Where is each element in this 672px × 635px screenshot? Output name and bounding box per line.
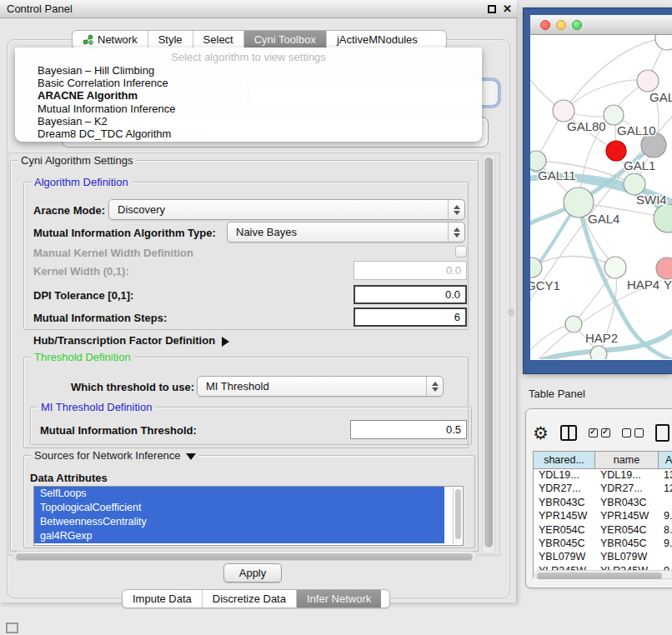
table-row[interactable]: YBL079WYBL079W [534, 551, 672, 564]
mi-steps-label: Mutual Information Steps: [33, 312, 167, 324]
export-table-icon[interactable] [655, 424, 669, 442]
dropdown-item[interactable]: ARACNE Algorithm [15, 89, 482, 102]
sources-group-title[interactable]: Sources for Network Inference [31, 449, 199, 462]
table-cell: YDR27... [595, 482, 659, 496]
tab-style[interactable]: Style [148, 31, 193, 48]
table-cell: YBL079W [595, 551, 659, 564]
scrollbar-thumb[interactable] [484, 158, 493, 548]
close-traffic-light-icon[interactable] [540, 20, 550, 30]
algorithm-dropdown[interactable]: Select algorithm to view settings Bayesi… [15, 48, 482, 142]
network-node[interactable] [590, 346, 607, 359]
tab-cyni-toolbox[interactable]: Cyni Toolbox [244, 31, 327, 48]
float-panel-icon[interactable] [488, 5, 496, 13]
which-threshold-combobox[interactable]: MI Threshold [197, 376, 444, 397]
column-header-shared-name[interactable]: shared... [534, 452, 595, 468]
node-label: GAL80 [567, 119, 606, 133]
table-cell: YDR27... [534, 482, 595, 496]
scrollbar-thumb[interactable] [455, 489, 461, 539]
tab-infer-network[interactable]: Infer Network [297, 590, 381, 608]
hub-definition-expander[interactable]: Hub/Transcription Factor Definition [33, 334, 229, 347]
column-header-name[interactable]: name [595, 452, 659, 468]
expand-right-icon [222, 337, 229, 347]
table-cell: YER054C [534, 524, 595, 538]
close-icon[interactable]: ✕ [503, 2, 512, 15]
mi-steps-input[interactable]: 6 [354, 308, 467, 327]
splitter-handle-icon[interactable] [508, 309, 514, 317]
apply-button[interactable]: Apply [223, 563, 282, 582]
dropdown-item[interactable]: Bayesian – K2 [15, 115, 482, 128]
table-cell: YBR043C [534, 497, 595, 510]
dropdown-item[interactable]: Mutual Information Inference [15, 102, 482, 115]
table-row[interactable]: YBR045CYBR045C9. [534, 538, 672, 551]
mi-type-label: Mutual Information Algorithm Type: [33, 227, 216, 239]
dpi-tolerance-label: DPI Tolerance [0,1]: [33, 289, 133, 302]
app-root: Control Panel ✕ Network Style Select Cyn… [0, 0, 672, 635]
settings-vertical-scrollbar[interactable] [482, 154, 495, 554]
attribute-item[interactable]: TopologicalCoefficient [34, 501, 444, 515]
control-panel-titlebar[interactable]: Control Panel ✕ [0, 0, 517, 18]
floating-panel-icon[interactable] [6, 622, 18, 633]
dropdown-item[interactable]: Dream8 DC_TDC Algorithm [15, 128, 482, 140]
dropdown-item[interactable]: Bayesian – Hill Climbing [15, 64, 482, 77]
tab-infer-network-label: Infer Network [307, 592, 371, 605]
data-attributes-list[interactable]: SelfLoopsTopologicalCoefficientBetweenne… [33, 486, 464, 546]
attributes-scrollbar[interactable] [453, 488, 462, 544]
hub-definition-label: Hub/Transcription Factor Definition [33, 334, 215, 347]
tab-discretize-data[interactable]: Discretize Data [203, 590, 297, 608]
table-row[interactable]: YBR043CYBR043C [534, 497, 672, 510]
table-row[interactable]: YPR145WYPR145W9. [534, 510, 672, 523]
network-view-window: GALGAL80GAL10GAL1GAL11SWI4GAL4GCY1HAP4YH… [524, 8, 672, 373]
dropdown-prompt: Select algorithm to view settings [15, 48, 482, 64]
table-cell: YBR043C [595, 497, 659, 510]
attribute-item[interactable]: SelfLoops [34, 487, 444, 501]
tab-select[interactable]: Select [193, 31, 244, 48]
network-node[interactable] [637, 70, 659, 92]
table-cell: YPR145W [595, 510, 659, 523]
network-node[interactable] [655, 35, 672, 50]
attribute-item[interactable]: gal4RGexp [34, 529, 444, 543]
column-header-third[interactable]: A [659, 452, 672, 468]
settings-horizontal-scrollbar[interactable] [13, 551, 477, 561]
kernel-width-label: Kernel Width (0,1): [33, 265, 129, 278]
tab-cyni-toolbox-label: Cyni Toolbox [254, 33, 316, 46]
table-cell: YBR045C [595, 538, 659, 551]
tab-jactivemnodules[interactable]: jActiveMNodules [327, 31, 428, 48]
dropdown-item[interactable]: Basic Correlation Inference [15, 77, 482, 89]
gear-icon[interactable]: ⚙ [533, 424, 549, 442]
network-node[interactable] [604, 257, 626, 278]
table-row[interactable]: YDL19...YDL19...13 [534, 469, 672, 482]
deselect-all-checks-icon[interactable] [622, 428, 644, 438]
node-label: GAL11 [538, 168, 576, 182]
mi-threshold-label: Mutual Information Threshold: [40, 424, 197, 437]
mi-type-combobox[interactable]: Naive Bayes [227, 222, 465, 242]
network-node[interactable] [656, 258, 672, 279]
dpi-tolerance-input[interactable]: 0.0 [354, 285, 467, 304]
mi-threshold-input[interactable]: 0.5 [350, 420, 467, 439]
scrollbar-thumb[interactable] [16, 553, 473, 560]
table-cell [659, 551, 672, 564]
stepper-icon [448, 200, 464, 219]
table-row[interactable]: YDR27...YDR27...12 [534, 482, 672, 496]
manual-kernel-checkbox[interactable] [455, 246, 467, 258]
network-window-titlebar[interactable] [530, 15, 672, 35]
table-row[interactable]: YER054CYER054C8. [534, 524, 672, 538]
table-panel: ⚙ shared... name A YDL19...YDL19...13YDR… [525, 408, 672, 588]
network-node[interactable] [654, 204, 672, 232]
table-horizontal-scrollbar[interactable] [534, 570, 672, 579]
zoom-traffic-light-icon[interactable] [572, 20, 582, 30]
tab-network[interactable]: Network [73, 31, 148, 48]
table-cell: YDL19... [534, 469, 595, 482]
split-columns-icon[interactable] [560, 425, 577, 441]
attribute-item[interactable]: BetweennessCentrality [34, 515, 444, 529]
tab-discretize-data-label: Discretize Data [213, 592, 286, 605]
network-node[interactable] [565, 316, 582, 332]
node-label: GCY1 [530, 278, 560, 292]
network-node[interactable] [604, 105, 624, 125]
network-canvas[interactable]: GALGAL80GAL10GAL1GAL11SWI4GAL4GCY1HAP4YH… [530, 35, 672, 359]
scrollbar-thumb[interactable] [537, 572, 662, 579]
aracne-mode-combobox[interactable]: Discovery [108, 199, 465, 220]
tab-impute-data[interactable]: Impute Data [123, 590, 203, 608]
select-all-checks-icon[interactable] [589, 428, 610, 438]
minimize-traffic-light-icon[interactable] [556, 20, 566, 30]
tab-impute-data-label: Impute Data [133, 592, 192, 605]
